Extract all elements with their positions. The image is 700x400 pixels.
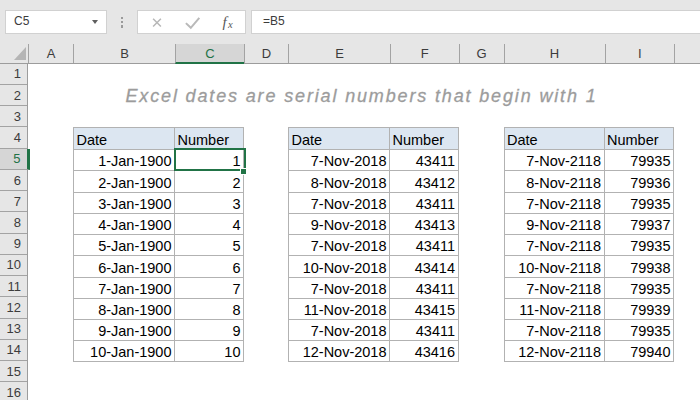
svg-text:x: x <box>227 18 233 29</box>
